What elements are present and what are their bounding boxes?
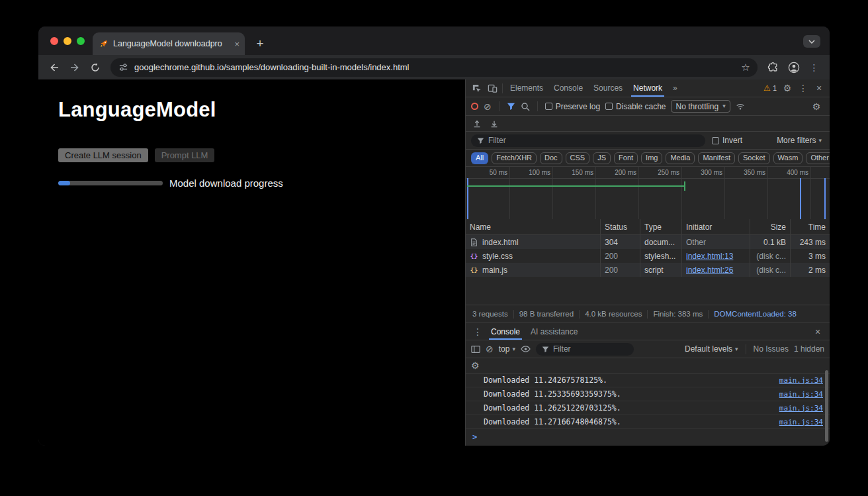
invert-filter-checkbox[interactable]: Invert: [712, 136, 742, 145]
drawer-close-icon[interactable]: ×: [810, 324, 826, 340]
chip-socket[interactable]: Socket: [738, 152, 770, 164]
address-bar[interactable]: googlechrome.github.io/samples/downloadi…: [110, 58, 758, 77]
extensions-icon[interactable]: [764, 58, 782, 76]
message-source-link[interactable]: main.js:34: [779, 376, 823, 385]
message-source-link[interactable]: main.js:34: [779, 418, 823, 426]
issues-counter[interactable]: No Issues: [754, 344, 789, 354]
request-row-main-js[interactable]: {} main.js 200 script index.html:26 (dis…: [466, 263, 830, 277]
inspect-element-icon[interactable]: [468, 80, 484, 96]
network-filter-input[interactable]: [488, 136, 699, 145]
drawer-menu-icon[interactable]: ⋮: [470, 324, 486, 340]
request-name: index.html: [482, 238, 519, 247]
context-value: top: [499, 344, 510, 354]
prompt-llm-button[interactable]: Prompt LLM: [155, 148, 215, 162]
clear-network-log-icon[interactable]: ⊘: [484, 102, 492, 111]
console-prompt[interactable]: >: [466, 429, 830, 446]
devtools-menu-icon[interactable]: ⋮: [795, 80, 811, 96]
col-type[interactable]: Type: [640, 219, 682, 234]
col-status[interactable]: Status: [601, 219, 640, 234]
new-tab-button[interactable]: +: [253, 38, 267, 50]
col-initiator[interactable]: Initiator: [682, 219, 750, 234]
invert-label: Invert: [722, 136, 742, 145]
error-badge[interactable]: ⚠ 1: [761, 84, 779, 92]
timeline-tick: 50 ms: [467, 167, 510, 219]
network-settings-icon[interactable]: ⚙: [808, 99, 824, 115]
initiator-link[interactable]: index.html:13: [686, 252, 733, 261]
initiator-cell: index.html:26: [682, 263, 750, 277]
message-source-link[interactable]: main.js:34: [779, 390, 823, 399]
col-size[interactable]: Size: [750, 219, 791, 234]
chip-media[interactable]: Media: [666, 152, 695, 164]
tab-network[interactable]: Network: [628, 79, 668, 97]
close-window-button[interactable]: [50, 37, 58, 45]
tab-elements[interactable]: Elements: [505, 79, 548, 97]
chip-other[interactable]: Other: [806, 152, 830, 164]
devtools-close-icon[interactable]: ×: [811, 80, 827, 96]
drawer-tab-ai-assistance[interactable]: AI assistance: [525, 323, 583, 340]
bookmark-star-icon[interactable]: ☆: [738, 62, 753, 74]
chip-font[interactable]: Font: [614, 152, 638, 164]
chip-manifest[interactable]: Manifest: [698, 152, 735, 164]
chip-all[interactable]: All: [471, 152, 488, 164]
network-conditions-icon[interactable]: [736, 102, 745, 111]
request-name: style.css: [482, 252, 513, 261]
hidden-messages-count[interactable]: 1 hidden: [794, 344, 824, 354]
filter-toggle-icon[interactable]: [507, 102, 515, 111]
console-scrollbar-thumb[interactable]: [825, 370, 828, 442]
tab-console[interactable]: Console: [548, 79, 588, 97]
back-button[interactable]: [45, 58, 63, 76]
page-controls: Create LLM session Prompt LLM: [58, 148, 465, 162]
tab-close-icon[interactable]: ×: [234, 40, 239, 48]
chip-doc[interactable]: Doc: [540, 152, 562, 164]
context-selector[interactable]: top ▾: [499, 344, 515, 354]
drawer-tab-console[interactable]: Console: [486, 323, 525, 340]
chip-js[interactable]: JS: [593, 152, 611, 164]
request-row-style-css[interactable]: {} style.css 200 stylesh... index.html:1…: [466, 249, 830, 263]
forward-button[interactable]: [65, 58, 83, 76]
search-icon[interactable]: [521, 102, 530, 111]
col-name[interactable]: Name: [466, 219, 601, 234]
request-waterfall-bar: [467, 185, 685, 187]
window-content: LanguageModel Create LLM session Prompt …: [38, 79, 830, 446]
chip-img[interactable]: Img: [641, 152, 662, 164]
record-network-log-button[interactable]: [471, 103, 478, 110]
chip-wasm[interactable]: Wasm: [773, 152, 803, 164]
log-levels-label: Default levels: [685, 344, 732, 354]
preserve-log-checkbox[interactable]: Preserve log: [545, 102, 600, 111]
more-filters-button[interactable]: More filters ▾: [777, 136, 824, 145]
console-settings-gear-icon[interactable]: ⚙: [471, 361, 480, 370]
tab-sources[interactable]: Sources: [588, 79, 628, 97]
browser-menu-icon[interactable]: ⋮: [805, 58, 823, 76]
col-time[interactable]: Time: [791, 219, 830, 234]
checkbox-icon: [712, 137, 719, 144]
console-filter-input[interactable]: [553, 344, 628, 354]
page-title: LanguageModel: [58, 98, 465, 122]
live-expression-eye-icon[interactable]: [521, 345, 531, 353]
profile-avatar[interactable]: [785, 58, 803, 76]
message-source-link[interactable]: main.js:34: [779, 404, 823, 413]
minimize-window-button[interactable]: [64, 37, 71, 45]
reload-button[interactable]: [86, 58, 104, 76]
disable-cache-checkbox[interactable]: Disable cache: [605, 102, 666, 111]
clear-console-icon[interactable]: ⊘: [486, 344, 494, 354]
fullscreen-window-button[interactable]: [77, 37, 85, 45]
devtools-settings-icon[interactable]: ⚙: [779, 80, 795, 96]
network-overview-timeline[interactable]: 50 ms 100 ms 150 ms 200 ms 250 ms 300 ms…: [466, 167, 830, 219]
log-levels-select[interactable]: Default levels ▾: [685, 344, 738, 354]
throttling-select[interactable]: No throttling ▾: [671, 100, 730, 113]
size-cell: (disk c...: [750, 249, 791, 263]
import-har-icon[interactable]: [490, 119, 499, 128]
chip-css[interactable]: CSS: [566, 152, 590, 164]
create-llm-session-button[interactable]: Create LLM session: [58, 148, 148, 162]
browser-tab[interactable]: LanguageModel downloadpro ×: [93, 32, 245, 55]
export-har-icon[interactable]: [472, 119, 482, 128]
site-settings-icon[interactable]: [118, 62, 128, 72]
request-row-index-html[interactable]: index.html 304 docum... Other 0.1 kB 243…: [466, 235, 830, 249]
message-text: Downloaded 11.25335693359375%.: [484, 389, 621, 399]
more-tabs-icon[interactable]: »: [668, 79, 683, 97]
tab-search-button[interactable]: [803, 35, 820, 48]
console-sidebar-icon[interactable]: [471, 345, 480, 354]
initiator-link[interactable]: index.html:26: [686, 266, 733, 275]
device-toolbar-icon[interactable]: [484, 80, 500, 96]
chip-fetch-xhr[interactable]: Fetch/XHR: [492, 152, 537, 164]
